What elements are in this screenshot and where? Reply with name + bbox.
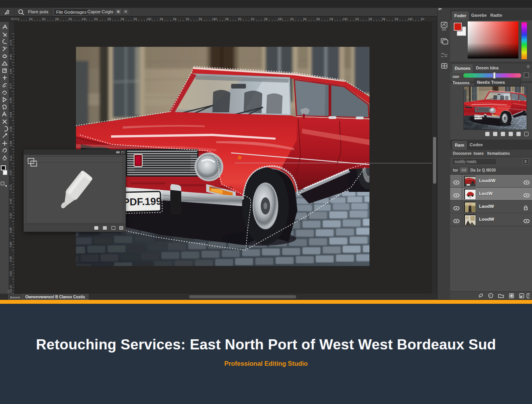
svg-text:PDF.199: PDF.199 <box>123 195 162 208</box>
svg-text:f: f <box>490 294 491 298</box>
